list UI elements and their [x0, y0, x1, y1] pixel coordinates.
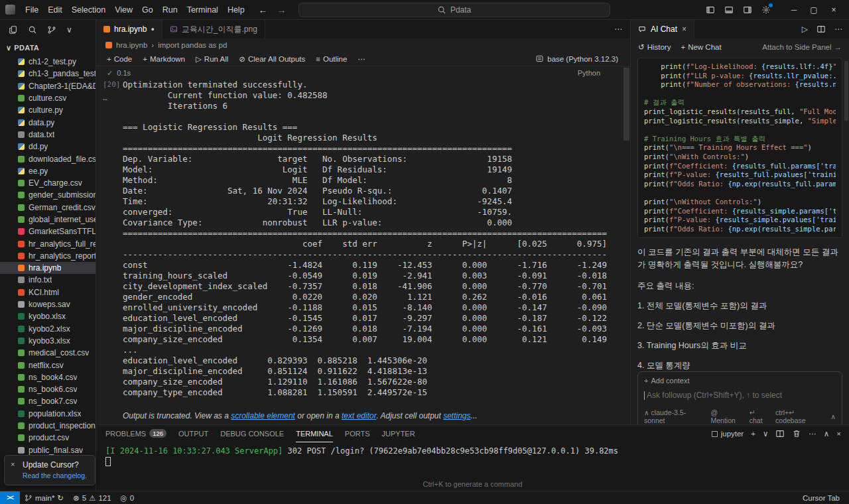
file-item[interactable]: ch1-3_pandas_test.py [0, 68, 96, 80]
split-terminal-icon[interactable] [775, 429, 785, 438]
file-item[interactable]: hra.ipynb [0, 262, 96, 274]
close-window-button[interactable]: × [824, 5, 844, 15]
breadcrumb-cell[interactable]: import pandas as pd [158, 41, 227, 49]
panel-tab-debug-console[interactable]: DEBUG CONSOLE [220, 425, 284, 442]
file-item[interactable]: GmarketSansTTFLight... [0, 225, 96, 237]
remote-indicator[interactable]: >< [0, 491, 20, 504]
panel-tab-terminal[interactable]: TERMINAL [296, 425, 333, 442]
file-item[interactable]: global_internet_users... [0, 214, 96, 225]
panel-tab-jupyter[interactable]: JUPYTER [382, 425, 415, 442]
menu-edit[interactable]: Edit [43, 5, 67, 15]
file-item[interactable]: culture.py [0, 104, 96, 116]
file-item[interactable]: kyobo.xlsx [0, 310, 96, 322]
file-item[interactable]: hr_analytics_report.ht... [0, 250, 96, 262]
breadcrumb[interactable]: hra.ipynb › import pandas as pd [96, 38, 630, 52]
text-editor-link[interactable]: text editor [342, 411, 376, 420]
toggle-secondary-sidebar-icon[interactable] [743, 5, 752, 15]
file-item[interactable]: KCI.html [0, 286, 96, 298]
search-view-icon[interactable] [28, 25, 37, 34]
panel-tab-ports[interactable]: PORTS [345, 425, 370, 442]
editor-actions-more-icon[interactable]: ⋯ [606, 20, 630, 38]
file-item[interactable]: medical_cost.csv [0, 347, 96, 359]
explorer-icon[interactable] [9, 25, 18, 34]
file-item[interactable]: koweps.sav [0, 298, 96, 310]
modified-dot-icon[interactable]: ● [151, 26, 154, 32]
chat-scrollbar[interactable] [844, 61, 848, 121]
chevron-up-icon[interactable]: ∧ [830, 412, 836, 420]
scrollable-element-link[interactable]: scrollable element [231, 411, 295, 420]
file-item[interactable]: Chapter3-1(EDA&Des... [0, 80, 96, 92]
file-item[interactable]: ns_book7.csv [0, 395, 96, 407]
file-item[interactable]: data.py [0, 116, 96, 128]
maximize-panel-icon[interactable]: ∧ [824, 429, 829, 438]
source-control-icon[interactable] [47, 25, 56, 34]
file-item[interactable]: data.txt [0, 129, 96, 141]
new-chat-button[interactable]: + New Chat [681, 43, 721, 51]
menu-terminal[interactable]: Terminal [182, 5, 223, 15]
breadcrumb-file[interactable]: hra.ipynb [116, 41, 147, 49]
cell-language[interactable]: Python [578, 69, 600, 77]
add-code-cell-button[interactable]: + Code [101, 55, 137, 63]
file-item[interactable]: kyobo2.xlsx [0, 323, 96, 335]
split-editor-icon[interactable] [816, 25, 826, 34]
mention-button[interactable]: @ Mention [711, 409, 744, 424]
menu-file[interactable]: File [21, 5, 43, 15]
file-item[interactable]: ns_book4.csv [0, 371, 96, 383]
panel-more-icon[interactable]: ⋯ [809, 429, 816, 438]
panel-tab-output[interactable]: OUTPUT [178, 425, 208, 442]
file-item[interactable]: gender_submission.csv [0, 189, 96, 201]
history-button[interactable]: ↺ History [638, 42, 671, 52]
run-all-button[interactable]: ▷ Run All [190, 54, 233, 64]
chat-text-input[interactable]: Ask followup (Ctrl+Shift+Y), ↑ to select [644, 391, 836, 400]
chat-input-box[interactable]: + Add context Ask followup (Ctrl+Shift+Y… [637, 371, 842, 430]
outline-button[interactable]: ≡ Outline [310, 55, 352, 63]
file-item[interactable]: netflix.csv [0, 359, 96, 371]
file-item[interactable]: ch1-2_test.py [0, 56, 96, 68]
add-markdown-cell-button[interactable]: + Markdown [137, 55, 190, 63]
file-item[interactable]: info.txt [0, 274, 96, 286]
minimize-button[interactable]: ─ [784, 5, 804, 15]
add-context-button[interactable]: + Add context [644, 377, 836, 385]
toggle-primary-sidebar-icon[interactable] [706, 5, 715, 15]
menu-go[interactable]: Go [137, 5, 158, 15]
file-item[interactable]: dd.py [0, 141, 96, 153]
close-tab-icon[interactable]: × [682, 25, 686, 34]
file-item[interactable]: hr_analytics_full_repor... [0, 237, 96, 249]
file-item[interactable]: product_inspection.csv [0, 420, 96, 432]
attach-to-side-panel-button[interactable]: Attach to Side Panel → [762, 43, 842, 51]
more-views-icon[interactable]: ∨ [66, 25, 72, 34]
file-item[interactable]: ns_book6.csv [0, 383, 96, 395]
new-terminal-icon[interactable]: + [751, 430, 755, 438]
command-center-search[interactable]: Pdata [298, 3, 610, 17]
menu-help[interactable]: Help [223, 5, 249, 15]
ports-status[interactable]: ◎ 0 [116, 493, 139, 503]
terminal-dropdown-icon[interactable]: ∨ [763, 429, 768, 438]
model-selector[interactable]: ∧ claude-3.5-sonnet [644, 409, 705, 424]
settings-link[interactable]: settings [443, 411, 470, 420]
clear-all-outputs-button[interactable]: ⊘ Clear All Outputs [233, 54, 310, 64]
menu-selection[interactable]: Selection [67, 5, 110, 15]
chat-more-icon[interactable]: ⋯ [834, 25, 842, 34]
forward-arrow-icon[interactable]: → [277, 5, 287, 15]
tab-hra-ipynb[interactable]: hra.ipynb ● [96, 20, 163, 38]
toggle-panel-icon[interactable] [724, 5, 734, 15]
problems-status[interactable]: ⊗ 5 ⚠ 121 [68, 493, 116, 503]
explorer-section-header[interactable]: ∨ PDATA [0, 40, 96, 56]
chat-code-block[interactable]: print(f"Log-Likelihood: {results.llf:.4f… [637, 58, 842, 238]
cursor-tab-status[interactable]: Cursor Tab [803, 494, 849, 502]
send-codebase-button[interactable]: ctrl+↵ codebase [775, 409, 824, 424]
menu-view[interactable]: View [110, 5, 137, 15]
close-panel-icon[interactable]: × [836, 430, 841, 438]
settings-gear-button[interactable] [761, 5, 771, 15]
file-item[interactable]: EV_charge.csv [0, 177, 96, 189]
file-item[interactable]: kyobo3.xlsx [0, 335, 96, 347]
file-item[interactable]: downloaded_file.csv [0, 153, 96, 164]
file-item[interactable]: German_credit.csv [0, 202, 96, 214]
file-item[interactable]: product.csv [0, 432, 96, 444]
send-chat-button[interactable]: ↵ chat [750, 409, 769, 424]
kill-terminal-trash-icon[interactable] [792, 429, 801, 438]
editor-scrollbar[interactable] [623, 68, 629, 141]
run-icon[interactable]: ▷ [802, 25, 808, 34]
kernel-picker[interactable]: base (Python 3.12.3) [535, 54, 625, 63]
file-item[interactable]: population.xlsx [0, 408, 96, 420]
